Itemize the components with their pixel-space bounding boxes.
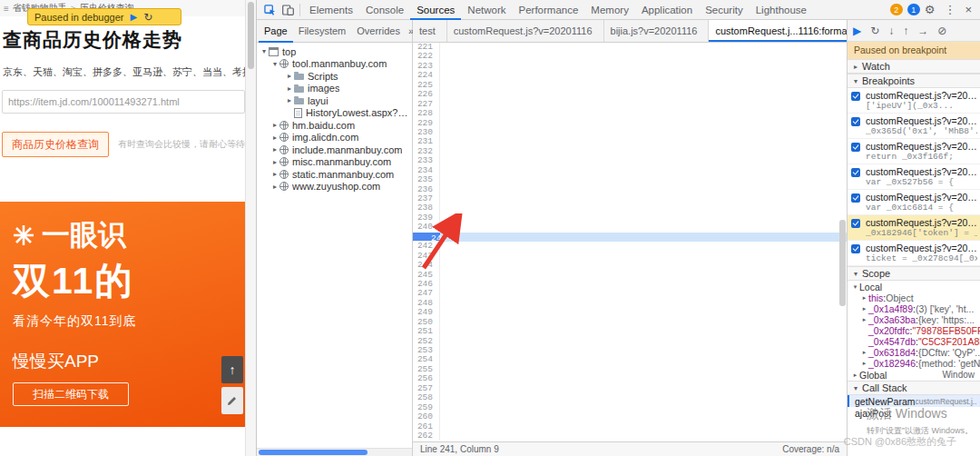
devtools-tab[interactable]: Security <box>699 0 750 20</box>
breakpoint-checkbox[interactable] <box>851 143 860 152</box>
devtools-tab[interactable]: Sources <box>410 0 461 20</box>
scope-variable[interactable]: _0x20fdfc "79878EFB50FF5..." <box>848 325 980 336</box>
debugger-control-icon[interactable]: ↓ <box>888 25 894 37</box>
line-number[interactable]: 244 <box>413 261 440 270</box>
breakpoint-checkbox[interactable] <box>851 92 860 101</box>
scope-global-row[interactable]: ▸ Global Window <box>848 369 980 381</box>
expand-arrow-icon[interactable]: ▸ <box>285 84 294 93</box>
navigator-tab[interactable]: Page <box>259 20 293 43</box>
breakpoint-entry[interactable]: customRequest.js?v=202011... ['ipeUV'](_… <box>848 88 980 114</box>
code-editor[interactable]: 221 'vsytw': _0x365d('0x38', 'I3nR') 222 <box>413 43 847 441</box>
close-devtools-icon[interactable]: × <box>960 3 976 16</box>
home-icon[interactable]: ≡ <box>4 4 9 14</box>
debugger-control-icon[interactable]: ▶ <box>853 25 861 37</box>
resume-script-icon[interactable]: ▶ <box>130 12 137 22</box>
step-over-icon[interactable]: ↻ <box>143 11 152 24</box>
product-url-input[interactable] <box>2 90 245 114</box>
watch-section-header[interactable]: ▸ Watch <box>848 59 980 74</box>
expand-arrow-icon[interactable]: ▾ <box>260 47 269 55</box>
expand-arrow-icon[interactable]: ▸ <box>860 316 868 323</box>
debugger-control-icon[interactable]: ↻ <box>870 25 879 37</box>
devtools-tab[interactable]: Console <box>359 0 410 20</box>
inspect-element-icon[interactable] <box>260 5 279 15</box>
devtools-tab[interactable]: Application <box>635 0 699 20</box>
breakpoint-entry[interactable]: customRequest.js?v=20201... _0x182946['t… <box>848 215 980 241</box>
expand-arrow-icon[interactable]: ▸ <box>270 170 279 178</box>
breakpoint-entry[interactable]: customRequest.js?v=202011... return _0x3… <box>848 139 980 164</box>
expand-arrow-icon[interactable]: ▸ <box>860 294 868 302</box>
back-to-top-button[interactable]: ↑ <box>221 356 243 383</box>
devtools-tab[interactable]: Lighthouse <box>750 0 813 20</box>
device-toolbar-icon[interactable] <box>279 5 297 15</box>
file-tree-item[interactable]: ▸ hm.baidu.com <box>257 119 412 132</box>
file-tree-item[interactable]: ▸ Scripts <box>257 70 412 83</box>
qr-download-button[interactable]: 扫描二维码下载 <box>13 382 129 406</box>
scope-variable[interactable]: ▸ _0x6318d4 {DCftw: 'QyP'... <box>848 347 980 358</box>
editor-file-tab[interactable]: customRequest.j...1116:formatted × <box>709 20 847 42</box>
expand-arrow-icon[interactable]: ▸ <box>285 72 294 80</box>
file-tree-item[interactable]: ▾ tool.manmanbuy.com <box>257 58 412 71</box>
debugger-control-icon[interactable]: ↑ <box>903 25 908 37</box>
debugger-control-icon[interactable]: → <box>917 25 928 37</box>
expand-arrow-icon[interactable]: ▸ <box>285 96 294 104</box>
price-history-query-button[interactable]: 商品历史价格查询 <box>2 132 109 157</box>
file-tree-item[interactable]: ▸ layui <box>257 94 412 107</box>
scope-variable[interactable]: ▸ _0x182946 {method: 'getN... <box>848 358 980 369</box>
debugger-control-icon[interactable]: ⊘ <box>937 25 946 37</box>
line-number[interactable]: 240 <box>413 223 440 232</box>
file-tree-item[interactable]: ▸ www.zuyushop.com <box>257 181 412 193</box>
expand-arrow-icon[interactable]: ▾ <box>270 60 279 68</box>
editor-file-tab[interactable]: customRequest.js?v=20201116 <box>447 20 604 42</box>
breakpoint-checkbox[interactable] <box>851 244 860 253</box>
editor-file-tab[interactable]: bijia.js?v=20201116 <box>604 20 710 42</box>
file-tree-item[interactable]: ▸ include.manmanbuy.com <box>257 144 412 156</box>
collapse-arrow-icon[interactable]: ▾ <box>851 77 860 85</box>
breakpoint-entry[interactable]: customRequest.js?v=202011... ticket = _0… <box>848 241 980 266</box>
file-tree-item[interactable]: ▾ top <box>257 45 412 58</box>
editor-file-tab[interactable]: test <box>413 20 447 42</box>
expand-arrow-icon[interactable]: ▸ <box>270 145 279 154</box>
call-stack-frame[interactable]: getNewParam customRequest.j...:formatted… <box>848 395 980 407</box>
devtools-tab[interactable]: Network <box>461 0 512 20</box>
file-tree-item[interactable]: ▸ images <box>257 83 412 95</box>
scrollbar-thumb[interactable] <box>248 2 254 69</box>
breakpoint-checkbox[interactable] <box>851 193 860 203</box>
collapse-arrow-icon[interactable]: ▾ <box>851 283 859 291</box>
expand-arrow-icon[interactable]: ▸ <box>270 134 279 142</box>
scope-local-row[interactable]: ▾ Local <box>848 281 980 292</box>
scrollbar-thumb[interactable] <box>259 450 368 455</box>
navigator-tab[interactable]: Overrides <box>351 20 406 43</box>
settings-gear-icon[interactable]: ⚙ <box>920 3 940 16</box>
navigator-horizontal-scrollbar[interactable] <box>257 448 412 456</box>
promo-banner[interactable]: 一眼识 双11的 看清今年的双11到底 慢慢买APP 扫描二维码下载 <box>0 202 245 427</box>
editor-scrollbar[interactable] <box>838 43 847 441</box>
scope-variable[interactable]: _0x4547db "C5C3F201A8E8F..." <box>848 336 980 347</box>
expand-arrow-icon[interactable]: ▸ <box>860 305 868 312</box>
expand-arrow-icon[interactable]: ▸ <box>270 121 279 129</box>
scope-variable[interactable]: ▸ _0x3a63ba {key: 'https:... <box>848 314 980 325</box>
devtools-tab[interactable]: Memory <box>584 0 635 20</box>
collapse-arrow-icon[interactable]: ▾ <box>851 384 860 392</box>
line-number[interactable]: 251 <box>413 327 440 336</box>
expand-arrow-icon[interactable]: ▸ <box>270 183 279 191</box>
line-number[interactable]: 260 <box>413 412 440 421</box>
scrollbar-thumb[interactable] <box>839 220 846 306</box>
breakpoint-checkbox[interactable] <box>851 117 860 126</box>
call-stack-section-header[interactable]: ▾ Call Stack <box>848 381 980 395</box>
file-tree-item[interactable]: HistoryLowest.aspx?url=https%3a%... <box>257 107 412 120</box>
warnings-badge[interactable]: 2 <box>890 4 903 15</box>
collapse-arrow-icon[interactable]: ▾ <box>851 270 860 278</box>
breakpoint-entry[interactable]: customRequest.js?v=202011... _0x365d('0x… <box>848 114 980 139</box>
page-scrollbar[interactable] <box>245 0 256 456</box>
file-tree-item[interactable]: ▸ misc.manmanbuy.com <box>257 156 412 169</box>
devtools-tab[interactable]: Performance <box>513 0 585 20</box>
navigator-tab[interactable]: Filesystem <box>293 20 352 43</box>
breakpoint-entry[interactable]: customRequest.js?v=202011... var _0x1c68… <box>848 190 980 215</box>
collapse-arrow-icon[interactable]: ▸ <box>851 63 860 71</box>
line-number[interactable]: 228 <box>413 109 440 118</box>
issues-badge[interactable]: 1 <box>907 4 920 15</box>
devtools-tab[interactable]: Elements <box>303 0 359 20</box>
feedback-button[interactable] <box>221 387 243 414</box>
scope-variable[interactable]: ▸ this Object <box>848 292 980 303</box>
kebab-menu-icon[interactable]: ⋮ <box>939 3 960 16</box>
